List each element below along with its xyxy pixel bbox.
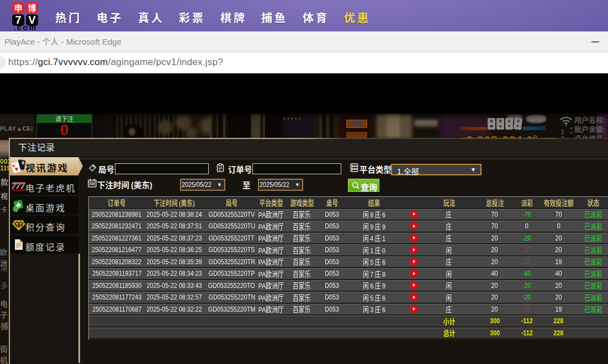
svg-text:7: 7 (20, 181, 25, 190)
